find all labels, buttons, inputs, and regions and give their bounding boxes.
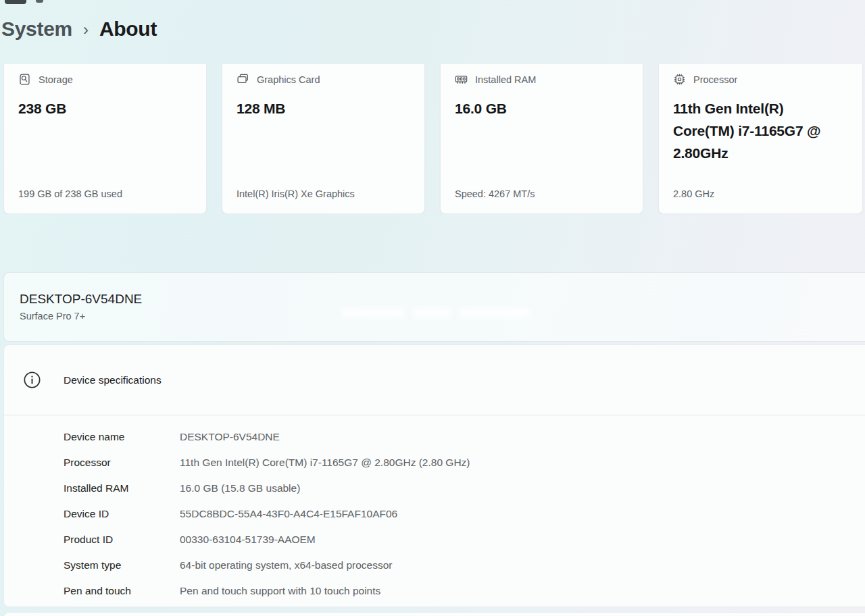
page-title: About bbox=[99, 18, 157, 41]
storage-icon bbox=[18, 73, 31, 86]
spec-value: DESKTOP-6V54DNE bbox=[180, 431, 280, 443]
device-name: DESKTOP-6V54DNE bbox=[20, 292, 865, 307]
spec-value: 00330-63104-51739-AAOEM bbox=[180, 534, 316, 546]
card-label: Installed RAM bbox=[475, 74, 536, 85]
device-specifications-rows: Device name DESKTOP-6V54DNE Processor 11… bbox=[4, 415, 865, 604]
spec-row-pen-and-touch: Pen and touch Pen and touch support with… bbox=[64, 578, 865, 604]
card-storage: Storage 238 GB 199 GB of 238 GB used bbox=[3, 64, 207, 214]
faint-watermark bbox=[342, 308, 530, 318]
card-value: 11th Gen Intel(R) Core(TM) i7-1165G7 @ 2… bbox=[673, 97, 848, 164]
summary-cards-row: Storage 238 GB 199 GB of 238 GB used Gra… bbox=[0, 64, 865, 214]
breadcrumb-system[interactable]: System bbox=[1, 18, 72, 41]
card-footer: Intel(R) Iris(R) Xe Graphics bbox=[237, 188, 355, 199]
card-graphics-card: Graphics Card 128 MB Intel(R) Iris(R) Xe… bbox=[222, 64, 425, 214]
card-footer: 199 GB of 238 GB used bbox=[18, 188, 122, 199]
card-installed-ram: Installed RAM 16.0 GB Speed: 4267 MT/s bbox=[440, 64, 643, 214]
spec-label: Device ID bbox=[64, 508, 180, 520]
processor-icon bbox=[673, 73, 686, 86]
ram-icon bbox=[455, 73, 468, 86]
card-value: 238 GB bbox=[18, 97, 192, 120]
spec-value: Pen and touch support with 10 touch poin… bbox=[180, 585, 380, 597]
device-specifications-expander[interactable]: Device specifications bbox=[4, 345, 865, 415]
summary-cards-viewport: Storage 238 GB 199 GB of 238 GB used Gra… bbox=[0, 64, 865, 214]
info-icon bbox=[23, 371, 41, 389]
card-label: Storage bbox=[39, 74, 73, 85]
card-processor: Processor 11th Gen Intel(R) Core(TM) i7-… bbox=[658, 64, 863, 214]
spec-label: Device name bbox=[64, 431, 180, 443]
device-specifications-title: Device specifications bbox=[64, 374, 162, 386]
spec-value: 55DC8BDC-55A4-43F0-A4C4-E15FAF10AF06 bbox=[180, 508, 397, 520]
card-label: Processor bbox=[693, 74, 737, 85]
clipped-top-edge-artifact bbox=[0, 0, 61, 5]
spec-value: 64-bit operating system, x64-based proce… bbox=[180, 559, 392, 571]
card-value: 128 MB bbox=[237, 97, 410, 120]
spec-row-processor: Processor 11th Gen Intel(R) Core(TM) i7-… bbox=[64, 450, 865, 476]
graphics-card-icon bbox=[237, 73, 249, 86]
next-section-card-edge[interactable] bbox=[3, 612, 865, 616]
device-name-banner: DESKTOP-6V54DNE Surface Pro 7+ bbox=[3, 272, 865, 342]
spec-label: Product ID bbox=[64, 534, 180, 546]
spec-row-device-name: Device name DESKTOP-6V54DNE bbox=[64, 424, 865, 450]
spec-value: 16.0 GB (15.8 GB usable) bbox=[180, 482, 300, 494]
spec-row-device-id: Device ID 55DC8BDC-55A4-43F0-A4C4-E15FAF… bbox=[64, 501, 865, 527]
chevron-right-icon: › bbox=[83, 19, 89, 39]
breadcrumb: System › About bbox=[1, 18, 157, 41]
spec-label: Processor bbox=[64, 457, 180, 469]
card-value: 16.0 GB bbox=[455, 97, 628, 120]
spec-value: 11th Gen Intel(R) Core(TM) i7-1165G7 @ 2… bbox=[180, 457, 470, 469]
spec-row-system-type: System type 64-bit operating system, x64… bbox=[64, 553, 865, 578]
card-label: Graphics Card bbox=[257, 74, 320, 85]
spec-row-installed-ram: Installed RAM 16.0 GB (15.8 GB usable) bbox=[64, 476, 865, 501]
spec-row-product-id: Product ID 00330-63104-51739-AAOEM bbox=[64, 527, 865, 553]
card-footer: 2.80 GHz bbox=[673, 188, 714, 199]
card-footer: Speed: 4267 MT/s bbox=[455, 188, 535, 199]
spec-label: Pen and touch bbox=[64, 585, 180, 597]
spec-label: System type bbox=[64, 559, 180, 571]
spec-label: Installed RAM bbox=[64, 482, 180, 494]
device-specifications-card: Device specifications Device name DESKTO… bbox=[3, 344, 865, 607]
